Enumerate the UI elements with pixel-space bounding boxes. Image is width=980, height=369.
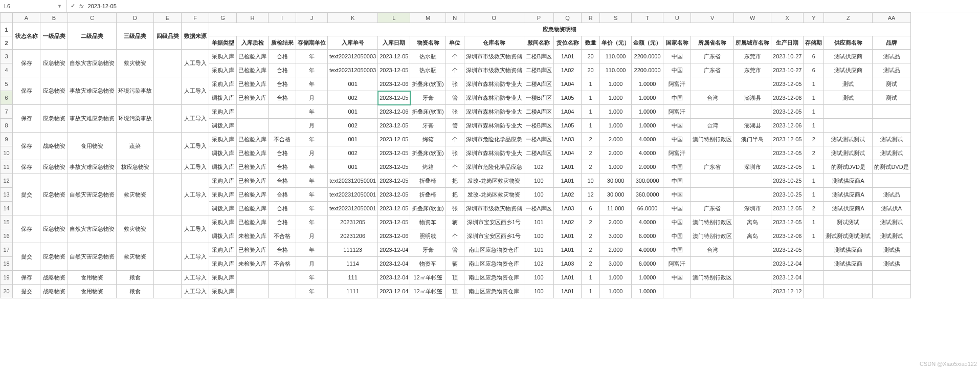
cell-room[interactable]: 二楼A库区 <box>524 77 553 91</box>
row-header[interactable]: 2 <box>1 36 13 50</box>
cell-loc[interactable]: 1A01 <box>554 160 582 174</box>
cell-prod_date[interactable]: 2023-12-06 <box>771 91 804 105</box>
cell-wh[interactable]: 深圳市危险化学品应急 <box>464 133 524 146</box>
col-header-AA[interactable]: AA <box>873 13 910 23</box>
col-header-I[interactable]: I <box>269 13 296 23</box>
cell-room[interactable]: 二楼A库区 <box>524 105 553 119</box>
cell-in_date[interactable]: 2023-12-05 <box>378 119 410 133</box>
row-header[interactable]: 16 <box>1 229 13 243</box>
cell-price[interactable]: 1.000 <box>600 160 632 174</box>
cell-unit[interactable]: 个 <box>446 50 464 63</box>
cell-country[interactable]: 阿富汗 <box>663 77 691 91</box>
cell-store_period[interactable] <box>804 257 824 271</box>
cell-brand[interactable] <box>873 271 910 285</box>
cell-mat_name[interactable]: 折叠椅 <box>410 188 446 202</box>
cell-loc[interactable]: 1A01 <box>554 174 582 188</box>
cell-wh[interactable]: 深圳市市级救灾物资储 <box>464 202 524 215</box>
cell-src[interactable]: 人工导入 <box>182 285 209 298</box>
cell-wh[interactable]: 南山区应急物资仓库 <box>464 243 524 257</box>
cell-city[interactable]: 东莞市 <box>734 63 771 77</box>
cell-unit[interactable]: 张 <box>446 77 464 91</box>
cell-city[interactable] <box>734 285 771 298</box>
cell-src[interactable]: 人工导入 <box>182 50 209 77</box>
cell-store_period[interactable]: 2 <box>804 133 824 146</box>
cell-wh[interactable]: 南山区应急物资仓库 <box>464 257 524 271</box>
cell-store_period[interactable]: 2 <box>804 202 824 215</box>
cell-cat1[interactable]: 应急物资 <box>40 105 68 133</box>
cell-brand[interactable]: 测试测试 <box>873 133 910 146</box>
cell-prod_date[interactable]: 2023-10-25 <box>771 174 804 188</box>
cell-in_qc[interactable] <box>237 119 269 133</box>
cell-store_period[interactable]: 1 <box>804 119 824 133</box>
cell-cat4[interactable] <box>154 243 182 271</box>
cell-in_qc[interactable] <box>237 271 269 285</box>
cell-mat_name[interactable]: 物资车 <box>410 215 446 229</box>
cell-qty[interactable]: 2 <box>582 133 600 146</box>
cell-qc_res[interactable]: 合格 <box>269 215 296 229</box>
cell-in_date[interactable]: 2023-12-05 <box>378 188 410 202</box>
cell-qc_res[interactable]: 合格 <box>269 146 296 160</box>
cell-mat_name[interactable]: 牙膏 <box>410 119 446 133</box>
cell-cat3[interactable]: 环境污染事故 <box>117 77 154 105</box>
cell-country[interactable]: 中国 <box>663 50 691 63</box>
cell-qc_res[interactable] <box>269 105 296 119</box>
cell-cat1[interactable]: 战略物资 <box>40 133 68 160</box>
cell-in_no[interactable]: text202312050003 <box>328 50 378 63</box>
cell-store_period[interactable]: 6 <box>804 50 824 63</box>
cell-store_period[interactable]: 1 <box>804 174 824 188</box>
cell-status[interactable]: 提交 <box>13 243 40 271</box>
cell-in_qc[interactable]: 已检验入库 <box>237 146 269 160</box>
cell-wh[interactable]: 深圳市市级救灾物资储 <box>464 50 524 63</box>
cell-qc_res[interactable]: 合格 <box>269 202 296 215</box>
cell-amt[interactable]: 4.0000 <box>632 243 663 257</box>
cell-qty[interactable]: 2 <box>582 229 600 243</box>
cell-supplier[interactable]: 测试供应商A <box>824 202 873 215</box>
cell-mat_name[interactable]: 折叠椅 <box>410 174 446 188</box>
col-header-L[interactable]: L <box>378 13 410 23</box>
cell-qty[interactable]: 2 <box>582 257 600 271</box>
cell-wh[interactable]: 南山区应急物资仓库 <box>464 271 524 285</box>
cell-status[interactable]: 保存 <box>13 50 40 77</box>
cell-cat4[interactable] <box>154 285 182 298</box>
cell-cat4[interactable] <box>154 50 182 77</box>
cell-doc_type[interactable]: 采购入库 <box>209 133 237 146</box>
cell-prod_date[interactable]: 2023-10-27 <box>771 63 804 77</box>
cell-supplier[interactable]: 测试测试测试 <box>824 133 873 146</box>
cell-doc_type[interactable]: 采购入库 <box>209 50 237 63</box>
cell-prov[interactable]: 广东省 <box>691 160 734 174</box>
cell-supplier[interactable]: 测试 <box>824 91 873 105</box>
col-header-X[interactable]: X <box>771 13 804 23</box>
cell-cat3[interactable]: 粮食 <box>117 285 154 298</box>
cell-qty[interactable]: 20 <box>582 50 600 63</box>
cell-store_period[interactable]: 1 <box>804 105 824 119</box>
cell-store_unit[interactable]: 年 <box>296 188 328 202</box>
cell-cat1[interactable]: 应急物资 <box>40 174 68 215</box>
cell-wh[interactable]: 深圳市危险化学品应急 <box>464 160 524 174</box>
cell-in_no[interactable]: 1111 <box>328 285 378 298</box>
cell-country[interactable]: 中国 <box>663 271 691 285</box>
cell-qc_res[interactable] <box>269 119 296 133</box>
cell-room[interactable]: 二楼A库区 <box>524 146 553 160</box>
cell-supplier[interactable] <box>824 285 873 298</box>
cell-city[interactable]: 澳门半岛 <box>734 133 771 146</box>
cell-room[interactable]: 一楼A库区 <box>524 202 553 215</box>
cell-amt[interactable]: 360.0000 <box>632 188 663 202</box>
cell-amt[interactable]: 2.0000 <box>632 160 663 174</box>
cell-cat2[interactable]: 食用物资 <box>68 271 117 285</box>
cell-status[interactable]: 保存 <box>13 160 40 174</box>
cell-store_period[interactable]: 1 <box>804 188 824 202</box>
cell-loc[interactable]: 1A01 <box>554 50 582 63</box>
cell-src[interactable]: 人工导入 <box>182 160 209 174</box>
col-header-W[interactable]: W <box>734 13 771 23</box>
col-header-J[interactable]: J <box>296 13 328 23</box>
cell-in_qc[interactable]: 未检验入库 <box>237 257 269 271</box>
cell-in_date[interactable]: 2023-12-05 <box>378 133 410 146</box>
cell-doc_type[interactable]: 采购入库 <box>209 215 237 229</box>
cell-qc_res[interactable]: 合格 <box>269 77 296 91</box>
cell-price[interactable]: 2.000 <box>600 215 632 229</box>
cell-room[interactable]: 一楼B库区 <box>524 91 553 105</box>
cell-price[interactable]: 30.000 <box>600 188 632 202</box>
cell-amt[interactable]: 2200.0000 <box>632 50 663 63</box>
cell-mat_name[interactable]: 12㎡单帐篷 <box>410 285 446 298</box>
cell-qty[interactable]: 2 <box>582 160 600 174</box>
